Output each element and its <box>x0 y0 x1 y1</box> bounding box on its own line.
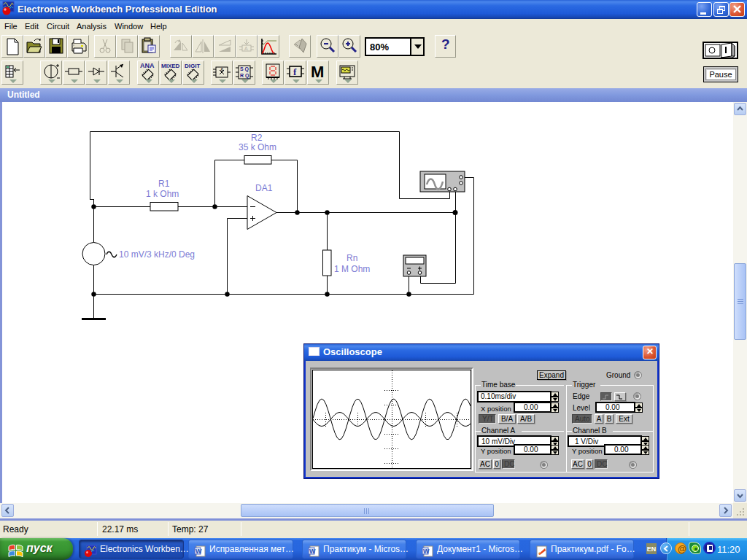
svg-text:Rn: Rn <box>347 253 357 263</box>
svg-text:W: W <box>196 548 202 555</box>
svg-text:R2: R2 <box>251 133 263 143</box>
svg-text:10 mV/3 kHz/0 Deg: 10 mV/3 kHz/0 Deg <box>119 249 195 260</box>
svg-text:35 k Ohm: 35 k Ohm <box>239 142 276 152</box>
svg-text:DA1: DA1 <box>255 183 273 193</box>
svg-text:R1: R1 <box>158 179 170 189</box>
svg-text:1 M Ohm: 1 M Ohm <box>334 264 370 274</box>
svg-text:1 k Ohm: 1 k Ohm <box>146 189 179 199</box>
svg-text:W: W <box>309 548 316 555</box>
svg-text:W: W <box>423 548 430 555</box>
